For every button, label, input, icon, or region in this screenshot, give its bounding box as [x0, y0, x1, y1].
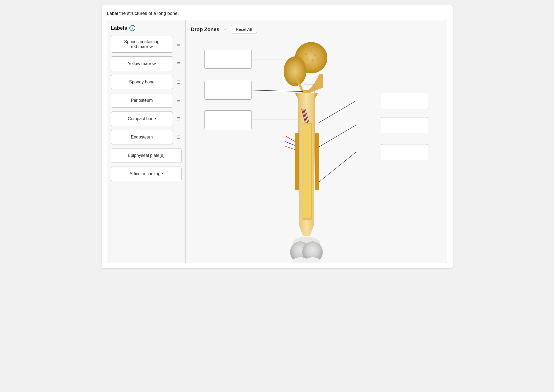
label-item-periosteum: Periosteum ☰: [111, 93, 182, 108]
label-box-spongy-bone[interactable]: Spongy bone: [111, 75, 173, 89]
drop-zones-panel: Drop Zones ← Reset All: [186, 20, 447, 263]
svg-point-8: [284, 56, 306, 86]
svg-point-2: [310, 50, 312, 52]
main-area: Labels i Spaces containing red marrow ☰ …: [107, 20, 447, 263]
bone-illustration: [253, 39, 356, 263]
svg-point-7: [317, 58, 319, 60]
label-item-endosteum: Endosteum ☰: [111, 130, 182, 144]
drop-zone-header: Drop Zones ← Reset All: [191, 25, 442, 33]
drop-zone-left-2[interactable]: [204, 81, 252, 100]
info-icon[interactable]: i: [129, 25, 135, 31]
reset-all-button[interactable]: Reset All: [231, 25, 257, 33]
drop-zone-left-3[interactable]: [204, 110, 252, 129]
list-icon-periosteum: ☰: [175, 97, 182, 104]
label-box-endosteum[interactable]: Endosteum: [111, 130, 173, 144]
label-item-epiphyseal-plate: Epiphyseal plate(s): [111, 148, 182, 163]
instruction-text: Label the structures of a long bone.: [107, 11, 447, 16]
label-item-spaces-red-marrow: Spaces containing red marrow ☰: [111, 36, 182, 53]
svg-line-27: [319, 101, 356, 123]
diagram-area: [191, 39, 442, 258]
drop-zones-title: Drop Zones: [191, 26, 220, 32]
drop-zone-right-3[interactable]: [381, 144, 428, 160]
label-box-spaces-red-marrow[interactable]: Spaces containing red marrow: [111, 36, 173, 53]
list-icon-compact-bone: ☰: [175, 116, 182, 122]
label-box-epiphyseal-plate[interactable]: Epiphyseal plate(s): [111, 148, 182, 163]
svg-point-4: [306, 58, 308, 60]
svg-line-16: [286, 136, 295, 141]
svg-line-18: [286, 146, 295, 150]
label-item-compact-bone: Compact bone ☰: [111, 111, 182, 126]
label-item-articular-cartilage: Articular cartilage: [111, 167, 182, 181]
drop-zone-right-1[interactable]: [381, 93, 428, 109]
svg-rect-11: [303, 124, 311, 218]
svg-line-25: [253, 90, 303, 92]
list-icon-yellow-marrow: ☰: [175, 60, 182, 67]
label-item-yellow-marrow: Yellow marrow ☰: [111, 56, 182, 71]
label-box-periosteum[interactable]: Periosteum: [111, 93, 173, 108]
svg-point-5: [311, 59, 314, 62]
labels-title: Labels: [111, 25, 127, 31]
svg-point-1: [305, 53, 307, 55]
svg-line-28: [319, 125, 356, 147]
label-item-spongy-bone: Spongy bone ☰: [111, 75, 182, 89]
list-icon-spaces-red-marrow: ☰: [175, 41, 182, 48]
svg-point-3: [314, 54, 317, 56]
label-box-yellow-marrow[interactable]: Yellow marrow: [111, 56, 173, 71]
svg-line-17: [285, 141, 295, 146]
panel-header: Labels i: [111, 25, 182, 31]
label-box-compact-bone[interactable]: Compact bone: [111, 111, 173, 126]
svg-point-6: [308, 49, 309, 50]
drop-zone-left-1[interactable]: [204, 50, 252, 69]
outer-container: Label the structures of a long bone. Lab…: [102, 5, 453, 268]
svg-line-29: [319, 152, 356, 182]
arrow-left-icon: ←: [223, 26, 227, 32]
drop-zone-right-2[interactable]: [381, 117, 428, 133]
label-box-articular-cartilage[interactable]: Articular cartilage: [111, 167, 182, 181]
list-icon-spongy-bone: ☰: [175, 79, 182, 85]
list-icon-endosteum: ☰: [175, 134, 182, 140]
labels-panel: Labels i Spaces containing red marrow ☰ …: [107, 20, 186, 263]
